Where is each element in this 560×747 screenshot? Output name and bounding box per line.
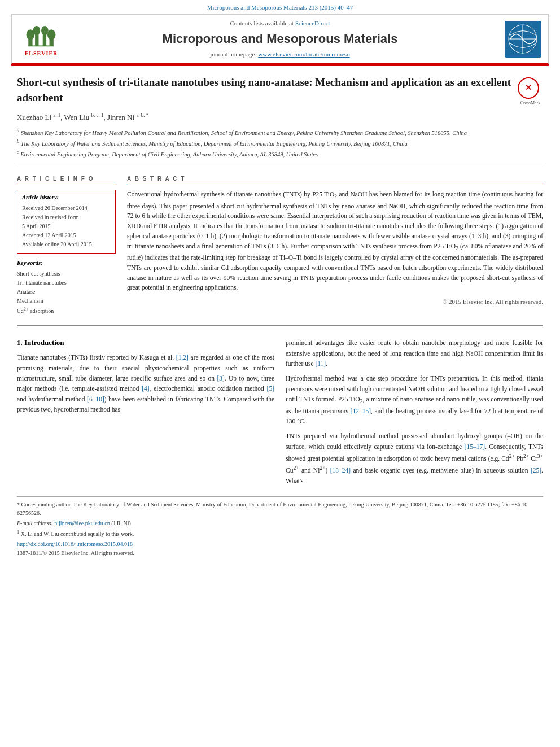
thin-divider	[17, 167, 543, 167]
elsevier-wordmark: ELSEVIER	[25, 50, 58, 58]
journal-top-bar: Microporous and Mesoporous Materials 213…	[0, 0, 560, 14]
affiliations: a Shenzhen Key Laboratory for Heavy Meta…	[17, 128, 543, 159]
footnote-corresponding: * Corresponding author. The Key Laborato…	[17, 500, 543, 517]
keywords-box: Keywords: Short-cut synthesis Tri-titana…	[17, 259, 116, 315]
article-section: Short-cut synthesis of tri-titanate nano…	[17, 75, 543, 326]
doi-link[interactable]: http://dx.doi.org/10.1016/j.micromeso.20…	[17, 541, 133, 547]
sciencedirect-link[interactable]: ScienceDirect	[295, 20, 330, 27]
history-revised-label: Received in revised form	[22, 213, 111, 221]
journal-center: Contents lists available at ScienceDirec…	[64, 19, 496, 59]
ref-3-link[interactable]: [3]	[217, 375, 224, 382]
history-received: Received 26 December 2014	[22, 204, 111, 212]
intro-paragraph-3: Hydrothermal method was a one-step proce…	[286, 373, 543, 426]
svg-point-7	[47, 30, 56, 40]
history-revised-date: 5 April 2015	[22, 222, 111, 230]
intro-paragraph-2: prominent advantages like easier route t…	[286, 338, 543, 369]
abstract-heading: A B S T R A C T	[127, 175, 543, 185]
doi-line: http://dx.doi.org/10.1016/j.micromeso.20…	[17, 540, 543, 548]
email-link[interactable]: nijinren@iee.pku.edu.cn	[54, 520, 110, 526]
keywords-title: Keywords:	[17, 259, 116, 268]
footnote-email: E-mail address: nijinren@iee.pku.edu.cn …	[17, 519, 543, 527]
elsevier-logo-area: ELSEVIER	[19, 20, 64, 58]
affiliation-b: b The Key Laboratory of Water and Sedime…	[17, 138, 543, 148]
issn-line: 1387-1811/© 2015 Elsevier Inc. All right…	[17, 549, 543, 557]
journal-icon-area	[496, 21, 541, 58]
kw-1: Short-cut synthesis	[17, 270, 116, 278]
body-columns: 1. Introduction Titanate nanotubes (TNTs…	[17, 338, 543, 491]
footnote-equal-contribution: 1 X. Li and W. Liu contributed equally t…	[17, 529, 543, 538]
elsevier-tree-icon	[24, 20, 58, 49]
contents-line: Contents lists available at ScienceDirec…	[64, 19, 496, 28]
body-left-col: 1. Introduction Titanate nanotubes (TNTs…	[17, 338, 274, 491]
journal-homepage: journal homepage: www.elsevier.com/locat…	[64, 50, 496, 59]
ref-15-17-link[interactable]: [15–17]	[465, 443, 485, 450]
ref-1-2-link[interactable]: [1,2]	[176, 354, 189, 361]
history-title: Article history:	[22, 194, 111, 202]
article-title-area: Short-cut synthesis of tri-titanate nano…	[17, 75, 543, 106]
article-title: Short-cut synthesis of tri-titanate nano…	[17, 75, 512, 105]
crossmark-badge: ✕ CrossMark	[518, 77, 543, 106]
abstract-text: Conventional hydrothermal synthesis of t…	[127, 190, 543, 293]
journal-title: Microporous and Mesoporous Materials	[64, 30, 496, 48]
affiliation-a: a Shenzhen Key Laboratory for Heavy Meta…	[17, 128, 543, 137]
crossmark-label: CrossMark	[518, 100, 543, 106]
kw-2: Tri-titanate nanotubes	[17, 279, 116, 287]
article-info-col: A R T I C L E I N F O Article history: R…	[17, 175, 116, 316]
crossmark-icon: ✕	[518, 77, 539, 99]
kw-4: Mechanism	[17, 297, 116, 305]
ref-18-24-link[interactable]: [18–24]	[330, 467, 351, 474]
kw-3: Anatase	[17, 288, 116, 296]
section-number: 1.	[17, 338, 23, 347]
homepage-link[interactable]: www.elsevier.com/locate/micromeso	[258, 51, 349, 58]
journal-header: ELSEVIER Contents lists available at Sci…	[11, 14, 549, 64]
authors-line: Xuezhao Li a, 1, Wen Liu b, c, 1, Jinren…	[17, 112, 543, 123]
history-accepted: Accepted 12 April 2015	[22, 231, 111, 239]
intro-heading: 1. Introduction	[17, 338, 274, 348]
kw-5: Cd2+ adsorption	[17, 306, 116, 315]
ref-4-link[interactable]: [4]	[142, 385, 149, 392]
history-online: Available online 20 April 2015	[22, 241, 111, 248]
bottom-divider	[17, 325, 543, 326]
abstract-col: A B S T R A C T Conventional hydrotherma…	[127, 175, 543, 316]
intro-paragraph-1: Titanate nanotubes (TNTs) firstly report…	[17, 352, 274, 414]
svg-point-5	[41, 26, 49, 35]
copyright-line: © 2015 Elsevier Inc. All rights reserved…	[127, 298, 543, 306]
article-info-heading: A R T I C L E I N F O	[17, 175, 116, 185]
two-col-section: A R T I C L E I N F O Article history: R…	[17, 175, 543, 316]
journal-cover-icon	[505, 21, 541, 58]
ref-12-15-link[interactable]: [12–15]	[351, 408, 371, 414]
ref-5-link[interactable]: [5]	[267, 385, 274, 392]
elsevier-logo: ELSEVIER	[19, 20, 64, 58]
intro-paragraph-4: TNTs prepared via hydrothermal method po…	[286, 431, 543, 486]
red-divider	[11, 64, 549, 66]
ref-25-link[interactable]: [25]	[531, 467, 541, 474]
journal-citation: Microporous and Mesoporous Materials 213…	[207, 4, 353, 11]
ref-6-10-link[interactable]: [6–10]	[87, 396, 104, 403]
body-right-col: prominent advantages like easier route t…	[286, 338, 543, 491]
ref-11-link[interactable]: [11]	[315, 360, 326, 367]
footnote-area: * Corresponding author. The Key Laborato…	[17, 496, 543, 557]
svg-point-3	[33, 26, 40, 35]
article-history-box: Article history: Received 26 December 20…	[17, 190, 116, 254]
affiliation-c: c Environmental Engineering Program, Dep…	[17, 149, 543, 159]
